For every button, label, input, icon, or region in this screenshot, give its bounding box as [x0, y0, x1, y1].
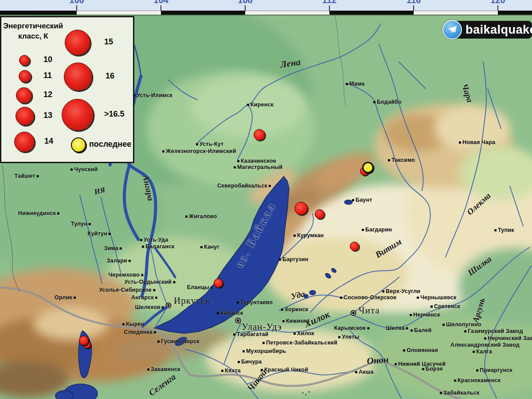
legend-circle-icon [65, 30, 90, 55]
longitude-label: 116 [407, 0, 421, 5]
ruler-segment [498, 11, 532, 15]
legend-circle-icon [16, 87, 32, 103]
longitude-band: 100 104 108 112 116 120 [0, 0, 532, 11]
legend-circle-icon [14, 132, 35, 152]
earthquake-map-screenshot: ЛенаЧараОлекмаШилкаАргуньВитимУдаХилокОн… [0, 0, 532, 399]
ruler-segment [0, 11, 77, 15]
legend-circle-icon [19, 70, 31, 82]
longitude-label: 108 [238, 0, 252, 5]
logo-text: baikalquake [466, 23, 532, 37]
map-frame-ruler [0, 11, 532, 15]
legend-title-line1: Энергетический [3, 22, 63, 31]
ruler-segment [161, 11, 245, 15]
ruler-segment [414, 11, 498, 15]
longitude-label: 100 [69, 0, 84, 5]
longitude-label: 104 [153, 0, 168, 5]
ruler-segment [245, 11, 329, 15]
legend-circle-icon [16, 107, 34, 125]
longitude-label: 120 [490, 0, 505, 5]
legend-box: Энергетический класс, К 10 11 12 13 14 [0, 16, 134, 163]
telegram-plane-icon [442, 20, 462, 39]
ruler-segment [77, 11, 161, 15]
map-frame-line [0, 15, 532, 16]
legend-circle-icon [64, 63, 92, 91]
legend-circle-icon [19, 55, 30, 66]
legend-circle-icon [62, 99, 94, 131]
ruler-segment [329, 11, 414, 15]
legend-circle-icon [71, 137, 86, 153]
longitude-label: 112 [322, 0, 336, 5]
legend-title-line2: класс, К [18, 32, 48, 41]
